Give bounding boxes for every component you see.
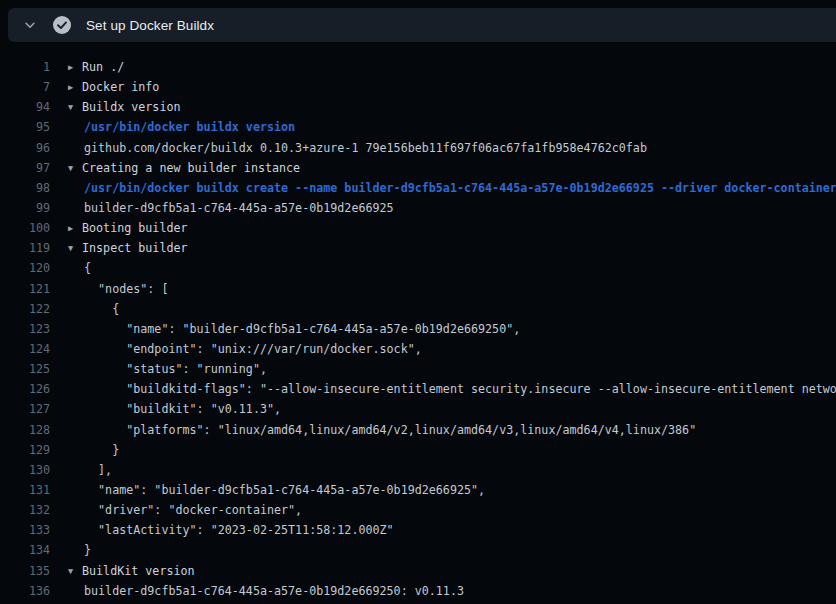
check-circle-icon xyxy=(52,15,72,35)
log-line-number[interactable]: 131 xyxy=(0,480,50,500)
log-line: 98 /usr/bin/docker buildx create --name … xyxy=(0,178,836,198)
log-line: 124 "endpoint": "unix:///var/run/docker.… xyxy=(0,339,836,359)
log-line: 134 } xyxy=(0,540,836,560)
log-line: 129 } xyxy=(0,440,836,460)
log-line-text: "endpoint": "unix:///var/run/docker.sock… xyxy=(50,339,422,359)
group-expanded-marker-icon[interactable]: ▼ xyxy=(68,238,82,258)
log-line-number[interactable]: 94 xyxy=(0,97,50,117)
log-line: 132 "driver": "docker-container", xyxy=(0,500,836,520)
log-line-text: "platforms": "linux/amd64,linux/amd64/v2… xyxy=(50,420,696,440)
group-expanded-marker-icon[interactable]: ▼ xyxy=(68,158,82,178)
log-line: 120 { xyxy=(0,258,836,278)
log-line: 133 "lastActivity": "2023-02-25T11:58:12… xyxy=(0,520,836,540)
log-line-text: ▼Inspect builder xyxy=(50,238,188,258)
log-line-number[interactable]: 126 xyxy=(0,379,50,399)
log-line-text: "name": "builder-d9cfb5a1-c764-445a-a57e… xyxy=(50,319,520,339)
log-line[interactable]: 7 ▶Docker info xyxy=(0,77,836,97)
log-line-number[interactable]: 99 xyxy=(0,198,50,218)
log-line-text: ], xyxy=(50,460,112,480)
log-line-number[interactable]: 134 xyxy=(0,540,50,560)
log-line: 128 "platforms": "linux/amd64,linux/amd6… xyxy=(0,420,836,440)
log-line-text: ▶Run ./ xyxy=(50,57,124,77)
log-line[interactable]: 119 ▼Inspect builder xyxy=(0,238,836,258)
log-line-number[interactable]: 124 xyxy=(0,339,50,359)
log-line: 99 builder-d9cfb5a1-c764-445a-a57e-0b19d… xyxy=(0,198,836,218)
log-line-text: "lastActivity": "2023-02-25T11:58:12.000… xyxy=(50,520,394,540)
log-line-text: ▼Buildx version xyxy=(50,97,181,117)
log-line: 121 "nodes": [ xyxy=(0,279,836,299)
log-line: 127 "buildkit": "v0.11.3", xyxy=(0,399,836,419)
group-collapsed-marker-icon[interactable]: ▶ xyxy=(68,218,82,238)
log-line-text: ▼BuildKit version xyxy=(50,561,195,581)
log-line: 122 { xyxy=(0,299,836,319)
log-line: 123 "name": "builder-d9cfb5a1-c764-445a-… xyxy=(0,319,836,339)
log-line-text: builder-d9cfb5a1-c764-445a-a57e-0b19d2e6… xyxy=(50,581,464,601)
log-line-text: } xyxy=(50,440,119,460)
log-line: 130 ], xyxy=(0,460,836,480)
log-line-number[interactable]: 98 xyxy=(0,178,50,198)
log-line-number[interactable]: 96 xyxy=(0,138,50,158)
step-header[interactable]: Set up Docker Buildx xyxy=(8,8,836,42)
group-expanded-marker-icon[interactable]: ▼ xyxy=(68,97,82,117)
log-line-number[interactable]: 127 xyxy=(0,399,50,419)
log-line-number[interactable]: 125 xyxy=(0,359,50,379)
log-line-text: /usr/bin/docker buildx create --name bui… xyxy=(50,178,836,198)
log-line: 95 /usr/bin/docker buildx version xyxy=(0,117,836,137)
log-line-text: { xyxy=(50,299,119,319)
log-line: 125 "status": "running", xyxy=(0,359,836,379)
group-collapsed-marker-icon[interactable]: ▶ xyxy=(68,77,82,97)
log-line-number[interactable]: 121 xyxy=(0,279,50,299)
log-viewer: 1 ▶Run ./ 7 ▶Docker info 94 ▼Buildx vers… xyxy=(0,42,836,601)
log-line-number[interactable]: 119 xyxy=(0,238,50,258)
log-line-text: ▶Docker info xyxy=(50,77,159,97)
log-line[interactable]: 97 ▼Creating a new builder instance xyxy=(0,158,836,178)
log-line-text: } xyxy=(50,540,91,560)
log-line-number[interactable]: 100 xyxy=(0,218,50,238)
log-line-number[interactable]: 135 xyxy=(0,561,50,581)
log-line-number[interactable]: 136 xyxy=(0,581,50,601)
log-line-text: github.com/docker/buildx 0.10.3+azure-1 … xyxy=(50,138,647,158)
log-line-number[interactable]: 133 xyxy=(0,520,50,540)
log-line-text: /usr/bin/docker buildx version xyxy=(50,117,295,137)
log-line-text: "buildkit": "v0.11.3", xyxy=(50,399,281,419)
log-line-number[interactable]: 123 xyxy=(0,319,50,339)
log-line-text: { xyxy=(50,258,91,278)
log-line[interactable]: 100 ▶Booting builder xyxy=(0,218,836,238)
log-line[interactable]: 135 ▼BuildKit version xyxy=(0,561,836,581)
group-expanded-marker-icon[interactable]: ▼ xyxy=(68,561,82,581)
log-line-text: "buildkitd-flags": "--allow-insecure-ent… xyxy=(50,379,836,399)
log-line-number[interactable]: 120 xyxy=(0,258,50,278)
log-line-text: "name": "builder-d9cfb5a1-c764-445a-a57e… xyxy=(50,480,485,500)
log-line-text: ▶Booting builder xyxy=(50,218,188,238)
log-line-number[interactable]: 7 xyxy=(0,77,50,97)
log-line-number[interactable]: 132 xyxy=(0,500,50,520)
log-line-number[interactable]: 97 xyxy=(0,158,50,178)
log-line: 136 builder-d9cfb5a1-c764-445a-a57e-0b19… xyxy=(0,581,836,601)
log-line-number[interactable]: 129 xyxy=(0,440,50,460)
log-line-number[interactable]: 128 xyxy=(0,420,50,440)
log-line-text: "status": "running", xyxy=(50,359,267,379)
step-title: Set up Docker Buildx xyxy=(86,18,214,33)
log-line[interactable]: 94 ▼Buildx version xyxy=(0,97,836,117)
log-line-text: "driver": "docker-container", xyxy=(50,500,302,520)
log-line[interactable]: 1 ▶Run ./ xyxy=(0,57,836,77)
log-line: 131 "name": "builder-d9cfb5a1-c764-445a-… xyxy=(0,480,836,500)
group-collapsed-marker-icon[interactable]: ▶ xyxy=(68,57,82,77)
log-line-number[interactable]: 130 xyxy=(0,460,50,480)
log-line-number[interactable]: 122 xyxy=(0,299,50,319)
log-line-text: "nodes": [ xyxy=(50,279,168,299)
log-line-text: ▼Creating a new builder instance xyxy=(50,158,300,178)
log-line: 96 github.com/docker/buildx 0.10.3+azure… xyxy=(0,138,836,158)
log-line-number[interactable]: 95 xyxy=(0,117,50,137)
log-line-number[interactable]: 1 xyxy=(0,57,50,77)
chevron-down-icon[interactable] xyxy=(22,17,38,33)
log-line: 126 "buildkitd-flags": "--allow-insecure… xyxy=(0,379,836,399)
log-line-text: builder-d9cfb5a1-c764-445a-a57e-0b19d2e6… xyxy=(50,198,394,218)
